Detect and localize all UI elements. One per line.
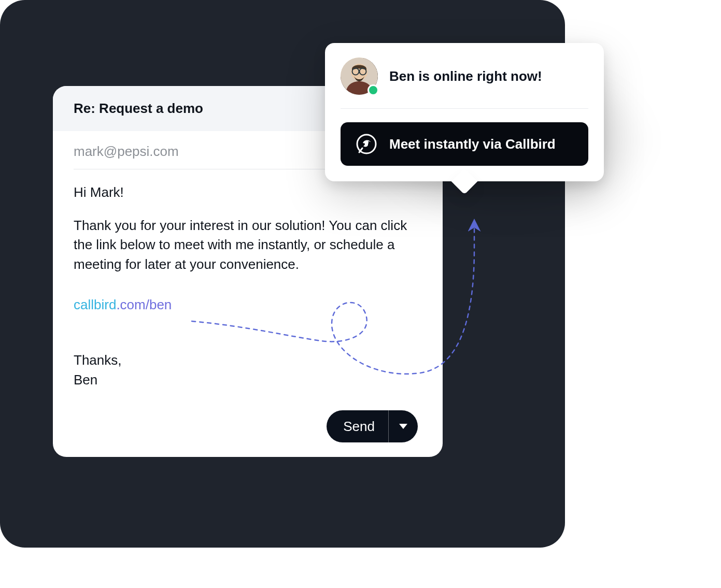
email-signoff: Thanks, Ben bbox=[74, 351, 422, 390]
presence-status-text: Ben is online right now! bbox=[389, 68, 542, 84]
email-to-value: mark@pepsi.com bbox=[74, 144, 179, 159]
send-button[interactable]: Send bbox=[327, 410, 389, 442]
email-paragraph: Thank you for your interest in our solut… bbox=[74, 216, 422, 275]
meeting-link-path: .com/ben bbox=[116, 297, 172, 312]
presence-popup: Ben is online right now! Meet instantly … bbox=[325, 43, 604, 181]
send-options-button[interactable] bbox=[389, 424, 418, 429]
meet-instantly-button[interactable]: Meet instantly via Callbird bbox=[341, 122, 588, 166]
caret-down-icon bbox=[399, 424, 407, 429]
meeting-link-domain: callbird bbox=[74, 297, 116, 312]
avatar bbox=[341, 58, 378, 95]
presence-indicator-icon bbox=[367, 84, 379, 96]
callbird-icon bbox=[355, 133, 378, 155]
meet-instantly-label: Meet instantly via Callbird bbox=[389, 136, 556, 152]
email-greeting: Hi Mark! bbox=[74, 183, 422, 203]
signoff-thanks: Thanks, bbox=[74, 351, 422, 370]
signoff-name: Ben bbox=[74, 370, 422, 390]
svg-point-7 bbox=[368, 141, 370, 142]
meeting-link[interactable]: callbird.com/ben bbox=[74, 295, 172, 315]
send-button-group: Send bbox=[327, 410, 418, 442]
